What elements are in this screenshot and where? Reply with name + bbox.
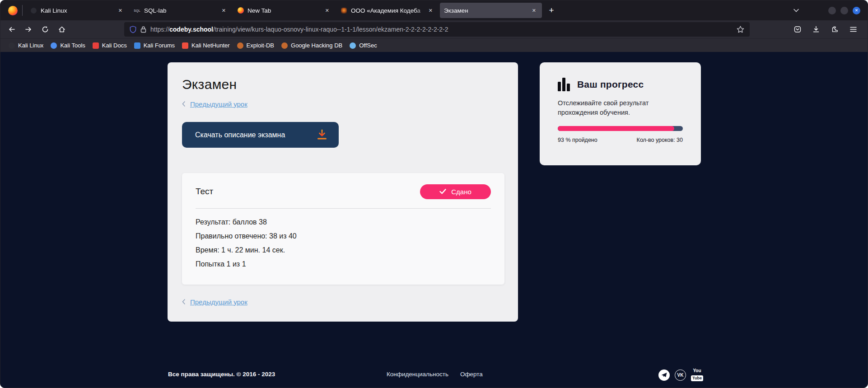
window-controls: ✕ (828, 7, 860, 14)
bookmark-kali-forums[interactable]: Kali Forums (131, 40, 178, 51)
minimize-button[interactable] (828, 7, 836, 14)
new-tab-button[interactable]: + (544, 3, 559, 18)
bookmark-label: Kali Forums (144, 42, 175, 49)
lessons-count-label: Кол-во уроков: 30 (637, 137, 683, 143)
star-icon (737, 26, 744, 33)
bookmark-kali-linux[interactable]: Kali Linux (5, 40, 47, 51)
webpage: Экзамен Предыдущий урок Скачать описание… (0, 52, 868, 388)
result-attempt: Попытка 1 из 1 (196, 257, 491, 271)
tab-ekzamen-active[interactable]: Экзамен ✕ (440, 3, 542, 18)
tab-title: Kali Linux (41, 7, 117, 14)
url-scheme: https:// (150, 26, 169, 33)
bookmark-google-hacking-db[interactable]: Google Hacking DB (278, 40, 346, 51)
previous-lesson-link-top[interactable]: Предыдущий урок (182, 99, 502, 108)
result-time: Время: 1 ч. 22 мин. 14 сек. (196, 243, 491, 257)
previous-lesson-label[interactable]: Предыдущий урок (190, 100, 247, 108)
close-window-button[interactable]: ✕ (853, 7, 860, 14)
kali-forums-icon (134, 42, 140, 49)
kali-favicon-icon (30, 7, 37, 14)
tab-new-tab[interactable]: New Tab ✕ (233, 3, 335, 18)
checkmark-icon (439, 189, 446, 194)
previous-lesson-link-bottom[interactable]: Предыдущий урок (182, 297, 502, 306)
pocket-save-button[interactable] (790, 22, 805, 37)
tab-title: ООО «Академия Кодеба (351, 7, 427, 14)
url-bar[interactable]: https://codeby.school/training/view/kurs… (124, 22, 750, 37)
test-title: Тест (196, 187, 213, 196)
previous-lesson-label[interactable]: Предыдущий урок (190, 298, 247, 306)
telegram-link[interactable] (658, 369, 670, 381)
close-tab-icon[interactable]: ✕ (117, 7, 124, 14)
chevron-left-icon (182, 101, 185, 107)
home-icon (58, 26, 65, 33)
bookmark-kali-nethunter[interactable]: Kali NetHunter (178, 40, 233, 51)
bookmark-kali-docs[interactable]: Kali Docs (89, 40, 131, 51)
firefox-logo-icon (8, 6, 18, 15)
telegram-icon (661, 372, 667, 378)
bookmark-offsec[interactable]: OffSec (346, 40, 381, 51)
reload-icon (42, 26, 49, 33)
chevron-down-icon (793, 9, 799, 12)
chevron-left-icon (182, 299, 185, 304)
download-icon (812, 26, 820, 33)
back-arrow-icon (8, 26, 15, 33)
tab-title: New Tab (247, 7, 323, 14)
url-domain: codeby.school (169, 26, 213, 33)
bookmark-label: OffSec (359, 42, 377, 49)
home-button[interactable] (54, 22, 70, 37)
vk-link[interactable]: VK (675, 369, 686, 381)
forward-arrow-icon (25, 26, 32, 33)
tracking-shield-icon[interactable] (130, 26, 136, 33)
privacy-link[interactable]: Конфиденциальность (387, 367, 448, 382)
download-exam-description-button[interactable]: Скачать описание экзамна (182, 122, 339, 148)
toolbar-right-icons (790, 22, 862, 37)
footer-links: Конфиденциальность Оферта (387, 367, 483, 382)
menu-button[interactable] (845, 22, 861, 37)
list-all-tabs-button[interactable] (789, 4, 803, 17)
codeby-favicon-icon (341, 7, 347, 14)
bar-chart-icon (558, 78, 570, 91)
tab-sql-lab[interactable]: SQL SQL-lab ✕ (130, 3, 232, 18)
social-links: VK YouTube (658, 369, 703, 381)
tabbar-right: ✕ (789, 4, 863, 17)
result-correct: Правильно отвечено: 38 из 40 (196, 229, 491, 243)
sql-favicon-icon: SQL (134, 7, 140, 14)
extensions-button[interactable] (827, 22, 842, 37)
test-results: Результат: баллов 38 Правильно отвечено:… (196, 215, 491, 271)
close-tab-icon[interactable]: ✕ (530, 7, 538, 14)
bookmark-star-button[interactable] (737, 26, 744, 33)
bookmark-label: Kali Tools (60, 42, 85, 49)
bookmark-exploit-db[interactable]: Exploit-DB (233, 40, 278, 51)
progress-description: Отслеживайте свой результат прохождения … (558, 98, 664, 117)
download-arrow-icon (317, 129, 327, 141)
puzzle-icon (831, 26, 838, 33)
progress-bar (558, 126, 683, 131)
reload-button[interactable] (37, 22, 53, 37)
close-tab-icon[interactable]: ✕ (427, 7, 434, 14)
kali-dragon-icon (9, 42, 15, 49)
url-text[interactable]: https://codeby.school/training/view/kurs… (150, 26, 448, 33)
close-tab-icon[interactable]: ✕ (220, 7, 228, 14)
lock-icon[interactable] (140, 26, 146, 33)
tab-akademiya-codeby[interactable]: ООО «Академия Кодеба ✕ (336, 3, 439, 18)
kali-tools-icon (51, 42, 57, 49)
downloads-button[interactable] (808, 22, 824, 37)
tab-kali-linux[interactable]: Kali Linux ✕ (26, 3, 128, 18)
forward-button[interactable] (21, 22, 36, 37)
close-tab-icon[interactable]: ✕ (323, 7, 331, 14)
youtube-icon: You (691, 369, 703, 373)
test-result-card: Тест Сдано Результат: баллов 38 Правильн… (182, 173, 504, 285)
back-button[interactable] (4, 22, 19, 37)
bookmark-kali-tools[interactable]: Kali Tools (47, 40, 89, 51)
offer-link[interactable]: Оферта (460, 367, 483, 382)
bookmarks-bar: Kali Linux Kali Tools Kali Docs Kali For… (0, 38, 868, 52)
page-title: Экзамен (182, 76, 502, 93)
bookmark-label: Kali Docs (102, 42, 127, 49)
pocket-icon (794, 26, 801, 33)
progress-card: Ваш прогресс Отслеживайте свой результат… (540, 62, 701, 165)
firefox-view-button[interactable] (5, 3, 20, 18)
youtube-link[interactable]: YouTube (691, 369, 703, 381)
maximize-button[interactable] (840, 7, 848, 14)
firefox-favicon-icon (237, 7, 244, 14)
progress-percent-label: 93 % пройдено (558, 137, 597, 143)
exam-card: Экзамен Предыдущий урок Скачать описание… (168, 62, 518, 322)
